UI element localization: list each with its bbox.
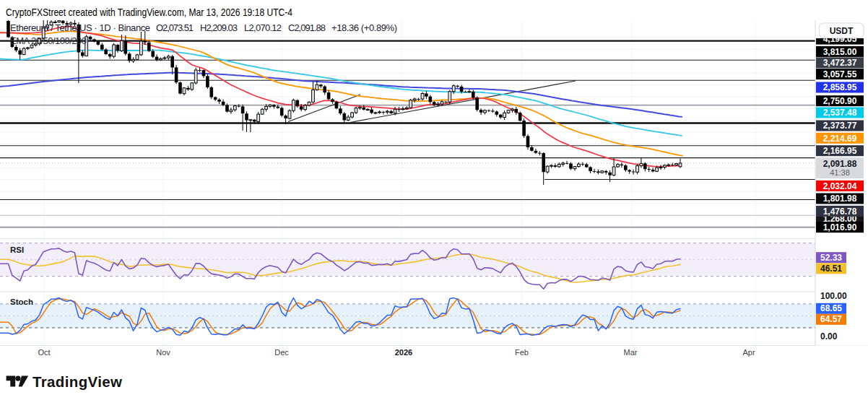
svg-text:RSI: RSI (10, 245, 24, 254)
svg-text:TradingView: TradingView (32, 373, 122, 390)
svg-text:L2,070.12: L2,070.12 (244, 22, 282, 33)
svg-text:2,858.95: 2,858.95 (823, 82, 857, 92)
svg-text:Stoch: Stoch (10, 297, 33, 306)
svg-text:2,032.04: 2,032.04 (823, 181, 857, 191)
svg-text:2026: 2026 (395, 348, 412, 357)
svg-text:2,373.77: 2,373.77 (823, 121, 857, 131)
svg-text:41:38: 41:38 (830, 168, 850, 177)
svg-text:68.65: 68.65 (820, 303, 842, 313)
svg-text:H2,209.03: H2,209.03 (200, 22, 238, 33)
svg-text:Ethereum / TetherUS · 1D · Bin: Ethereum / TetherUS · 1D · Binance (10, 22, 150, 33)
svg-text:1,016.90: 1,016.90 (823, 222, 857, 232)
svg-text:Feb: Feb (515, 348, 529, 357)
svg-text:64.57: 64.57 (820, 314, 842, 324)
svg-text:52.33: 52.33 (820, 253, 842, 263)
svg-text:+18.36 (+0.89%): +18.36 (+0.89%) (331, 22, 397, 33)
svg-text:Dec: Dec (274, 348, 289, 357)
svg-text:Apr: Apr (742, 348, 755, 357)
svg-text:2,537.48: 2,537.48 (823, 108, 857, 118)
svg-text:2,214.69: 2,214.69 (823, 134, 857, 144)
svg-text:100.00: 100.00 (820, 291, 847, 301)
svg-text:0.00: 0.00 (820, 331, 838, 342)
svg-text:USDT: USDT (830, 26, 854, 36)
svg-text:3,472.37: 3,472.37 (823, 58, 857, 68)
svg-text:2,091.88: 2,091.88 (823, 159, 857, 169)
svg-text:Nov: Nov (156, 348, 170, 357)
svg-text:3,815.00: 3,815.00 (823, 47, 857, 57)
svg-text:CryptoFXStreet created with Tr: CryptoFXStreet created with TradingView.… (6, 6, 292, 18)
svg-text:46.51: 46.51 (820, 264, 842, 274)
svg-text:Oct: Oct (38, 348, 50, 357)
svg-text:2,750.90: 2,750.90 (823, 96, 857, 106)
svg-text:1,476.78: 1,476.78 (823, 206, 857, 217)
svg-text:C2,091.88: C2,091.88 (288, 22, 326, 33)
svg-text:EMA 20/50/100/200: EMA 20/50/100/200 (10, 35, 87, 46)
svg-text:O2,073.51: O2,073.51 (156, 22, 194, 33)
svg-text:2,166.95: 2,166.95 (823, 146, 857, 156)
svg-text:Mar: Mar (624, 348, 638, 357)
svg-text:3,057.55: 3,057.55 (823, 69, 857, 79)
svg-text:1,801.98: 1,801.98 (823, 194, 857, 204)
